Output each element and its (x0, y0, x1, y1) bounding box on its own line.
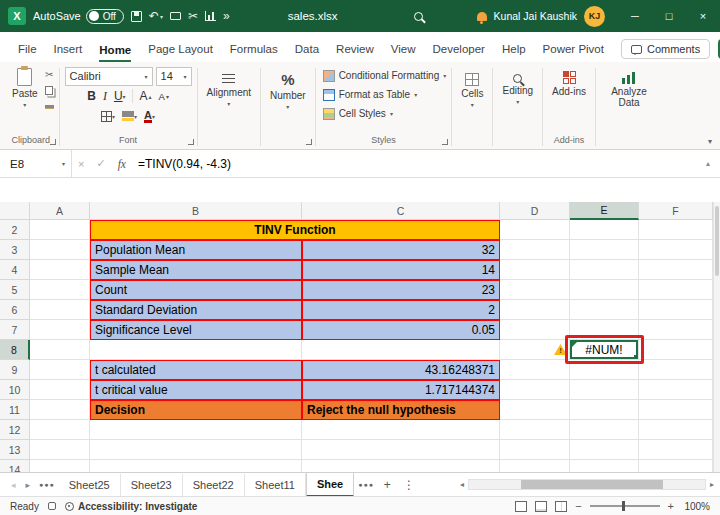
vertical-scrollbar[interactable] (713, 202, 720, 472)
hidden-sheets-left-icon[interactable]: ●●● (35, 481, 59, 488)
cell-E12[interactable] (570, 420, 639, 440)
bold-button[interactable]: B (84, 88, 100, 104)
cell-E5[interactable] (570, 280, 639, 300)
cell-D10[interactable] (500, 380, 570, 400)
cut-quick-button[interactable]: ✂ (188, 9, 198, 23)
cell-A4[interactable] (30, 260, 90, 280)
cell-D4[interactable] (500, 260, 570, 280)
insert-function-button[interactable]: fx (112, 158, 132, 170)
font-size-select[interactable]: 14▾ (156, 67, 192, 86)
cell-C6[interactable]: 2 (302, 300, 500, 320)
cell-A5[interactable] (30, 280, 90, 300)
notification-bell-icon[interactable] (477, 12, 487, 21)
cell-B9[interactable]: t calculated (90, 360, 302, 380)
copy-button[interactable] (45, 84, 54, 97)
col-header-D[interactable]: D (500, 202, 570, 220)
vertical-scrollbar-thumb[interactable] (715, 206, 719, 276)
col-header-B[interactable]: B (90, 202, 302, 220)
row-header-3[interactable]: 3 (0, 240, 30, 260)
add-sheet-button[interactable]: + (378, 478, 397, 492)
sheet-tab-sheet22[interactable]: Sheet22 (183, 474, 245, 496)
hidden-sheets-right-icon[interactable]: ●●● (354, 481, 378, 488)
tab-power-pivot[interactable]: Power Pivot (543, 43, 604, 62)
cell-C8[interactable] (302, 340, 500, 360)
name-box[interactable]: E8 ▾ (0, 150, 72, 177)
sheet-tab-sheet23[interactable]: Sheet23 (121, 474, 183, 496)
cell-F11[interactable] (639, 400, 713, 420)
cell-A14[interactable] (30, 460, 90, 472)
styles-dialog-launcher[interactable] (442, 139, 448, 145)
cell-D12[interactable] (500, 420, 570, 440)
row-header-5[interactable]: 5 (0, 280, 30, 300)
horizontal-scrollbar-thumb[interactable] (521, 480, 663, 489)
cell-E9[interactable] (570, 360, 639, 380)
addins-button[interactable]: Add-ins (548, 66, 590, 99)
zoom-level[interactable]: 100% (682, 501, 710, 512)
enter-formula-button[interactable]: ✓ (90, 157, 111, 170)
cell-C12[interactable] (302, 420, 500, 440)
tab-view[interactable]: View (391, 43, 416, 62)
cell-E10[interactable] (570, 380, 639, 400)
scroll-right-arrow[interactable]: ▸ (708, 480, 716, 489)
borders-button[interactable]: ▾ (98, 110, 119, 123)
cell-A12[interactable] (30, 420, 90, 440)
formula-bar-expand-icon[interactable]: ▴ (696, 159, 720, 168)
italic-button[interactable]: I (99, 88, 110, 105)
cell-F9[interactable] (639, 360, 713, 380)
col-header-C[interactable]: C (302, 202, 500, 220)
cell-D9[interactable] (500, 360, 570, 380)
cell-A7[interactable] (30, 320, 90, 340)
ribbon-collapse-chevron[interactable]: ▾ (708, 137, 712, 146)
page-break-view-button[interactable] (555, 501, 567, 512)
decrease-font-button[interactable]: A▾ (155, 90, 172, 103)
cell-E3[interactable] (570, 240, 639, 260)
tab-file[interactable]: File (18, 43, 37, 62)
col-header-E[interactable]: E (570, 202, 639, 220)
cell-B8[interactable] (90, 340, 302, 360)
cell-E11[interactable] (570, 400, 639, 420)
row-header-11[interactable]: 11 (0, 400, 30, 420)
tab-page-layout[interactable]: Page Layout (148, 43, 213, 62)
col-header-F[interactable]: F (639, 202, 713, 220)
cell-B3[interactable]: Population Mean (90, 240, 302, 260)
sheet-tab-sheet11[interactable]: Sheet11 (245, 474, 306, 496)
page-layout-view-button[interactable] (535, 501, 547, 512)
row-header-8[interactable]: 8 (0, 340, 30, 360)
cell-A8[interactable] (30, 340, 90, 360)
maximize-button[interactable]: □ (652, 0, 686, 32)
cell-C10[interactable]: 1.717144374 (302, 380, 500, 400)
cell-A2[interactable] (30, 220, 90, 240)
cell-C9[interactable]: 43.16248371 (302, 360, 500, 380)
font-color-button[interactable]: A▾ (141, 109, 159, 124)
cell-styles-button[interactable]: Cell Styles ▾ (321, 104, 447, 123)
cell-B10[interactable]: t critical value (90, 380, 302, 400)
zoom-slider-thumb[interactable] (622, 501, 625, 511)
underline-button[interactable]: U▾ (110, 88, 129, 104)
cell-F10[interactable] (639, 380, 713, 400)
analyze-data-button[interactable]: Analyze Data (601, 66, 657, 110)
cell-E7[interactable] (570, 320, 639, 340)
user-avatar[interactable]: KJ (584, 6, 605, 27)
save-button[interactable] (131, 11, 142, 22)
sheet-tab-active[interactable]: Shee (306, 473, 354, 497)
tab-home[interactable]: Home (99, 44, 131, 63)
cell-B7[interactable]: Significance Level (90, 320, 302, 340)
cell-B6[interactable]: Standard Deviation (90, 300, 302, 320)
select-all-button[interactable] (0, 202, 30, 220)
cell-C3[interactable]: 32 (302, 240, 500, 260)
cell-B13[interactable] (90, 440, 302, 460)
cell-F3[interactable] (639, 240, 713, 260)
scroll-left-arrow[interactable]: ◂ (458, 480, 466, 489)
cell-E4[interactable] (570, 260, 639, 280)
sheet-nav-right-button[interactable]: ▸ (21, 480, 36, 490)
close-button[interactable]: × (686, 0, 720, 32)
cell-F2[interactable] (639, 220, 713, 240)
cell-A3[interactable] (30, 240, 90, 260)
cell-A11[interactable] (30, 400, 90, 420)
tab-developer[interactable]: Developer (433, 43, 485, 62)
cell-F12[interactable] (639, 420, 713, 440)
sheet-menu-button[interactable]: ⋮ (397, 478, 421, 492)
paste-button[interactable]: Paste ▾ (8, 66, 42, 110)
cell-F4[interactable] (639, 260, 713, 280)
row-header-9[interactable]: 9 (0, 360, 30, 380)
